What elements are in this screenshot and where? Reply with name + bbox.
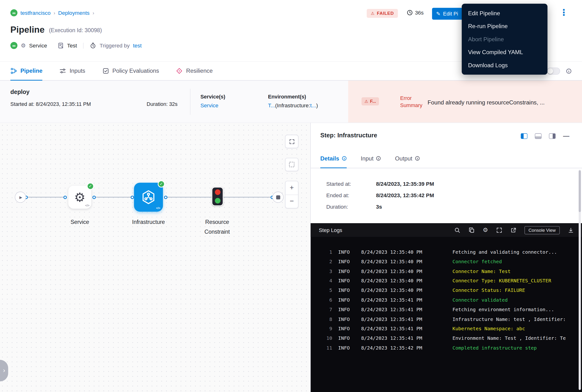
- success-check-icon: ✓: [158, 180, 165, 188]
- log-search-button[interactable]: [454, 227, 460, 233]
- test-chip-label[interactable]: Test: [67, 42, 77, 48]
- infrastructure-link[interactable]: t...: [310, 102, 316, 108]
- service-link[interactable]: Service: [200, 102, 218, 108]
- log-settings-button[interactable]: ⚙: [483, 226, 488, 234]
- canvas-select-button[interactable]: [285, 158, 298, 171]
- clock-icon: [407, 10, 413, 16]
- marquee-select-icon: [289, 162, 294, 167]
- log-line-number: 6: [321, 295, 332, 305]
- green-light-icon: [215, 198, 220, 204]
- detail-label: Duration:: [326, 204, 376, 210]
- triggered-by-user-link[interactable]: test: [133, 42, 142, 48]
- chevron-right-icon: ›: [92, 10, 94, 16]
- download-icon: [568, 227, 574, 233]
- console-view-button[interactable]: Console View: [524, 226, 560, 234]
- info-icon: [376, 156, 381, 161]
- log-level: INFO: [338, 247, 355, 257]
- menu-item[interactable]: Edit Pipeline: [462, 7, 548, 20]
- debug-toggle[interactable]: [547, 68, 560, 75]
- detail-label: Started at:: [326, 181, 376, 187]
- node-label-resource-constraint: Resource Constraint: [197, 217, 237, 237]
- tab-details[interactable]: Details: [320, 149, 347, 168]
- detail-row: Started at: 8/24/2023, 12:35:39 PM: [326, 178, 434, 189]
- log-copy-button[interactable]: [468, 227, 475, 233]
- step-node-resource-constraint[interactable]: [212, 187, 224, 206]
- service-chip-label[interactable]: Service: [29, 42, 47, 48]
- log-line-number: 2: [321, 257, 332, 266]
- log-message: Connector validated: [452, 295, 508, 305]
- canvas-fullscreen-button[interactable]: [285, 135, 298, 148]
- copy-icon: [468, 227, 475, 233]
- breadcrumb-project-link[interactable]: testfrancisco: [20, 10, 51, 16]
- stopwatch-icon: [90, 42, 96, 49]
- log-line-number: 3: [321, 266, 332, 276]
- log-message: Connector Type: KUBERNETES_CLUSTER: [452, 276, 551, 286]
- layout-split-bottom-icon[interactable]: [535, 133, 542, 139]
- log-download-button[interactable]: [568, 227, 574, 233]
- edit-pipeline-button-label: Edit Pi: [443, 11, 458, 17]
- tab-details-label: Details: [320, 155, 339, 162]
- tab-resilience-label: Resilience: [186, 68, 213, 74]
- connector-dot: [164, 196, 167, 199]
- step-detail-list: Started at: 8/24/2023, 12:35:39 PM Ended…: [326, 178, 434, 212]
- connector-dot: [63, 196, 67, 199]
- execution-id: (Execution Id: 30098): [49, 27, 102, 34]
- pipeline-start-node[interactable]: ▶: [15, 192, 26, 203]
- service-gear-icon: ⚙: [21, 42, 26, 49]
- layout-split-right-icon[interactable]: [549, 133, 556, 139]
- log-level: INFO: [338, 334, 355, 343]
- more-options-kebab-icon[interactable]: ⋮: [559, 8, 568, 17]
- tab-policy-evaluations[interactable]: Policy Evaluations: [102, 62, 159, 80]
- red-light-icon: [215, 189, 220, 195]
- breadcrumb-deployments-link[interactable]: Deployments: [58, 10, 90, 16]
- stage-summary-bar: deploy Started at: 8/24/2023, 12:35:11 P…: [0, 80, 582, 122]
- log-line-number: 4: [321, 276, 332, 286]
- environment-value: T...(Infrastructure:t...): [268, 102, 318, 108]
- step-node-infrastructure[interactable]: ✓ </>: [134, 183, 163, 212]
- tab-pipeline-label: Pipeline: [20, 68, 43, 74]
- log-level: INFO: [338, 295, 355, 305]
- zoom-out-button[interactable]: −: [286, 195, 298, 208]
- tab-resilience[interactable]: Resilience: [176, 62, 213, 80]
- pipeline-end-node[interactable]: [272, 192, 284, 203]
- stage-duration: Duration: 32s: [147, 101, 178, 107]
- log-line: 1INFO8/24/2023 12:35:40 PMFetching and v…: [321, 247, 582, 257]
- graph-edge: [27, 197, 65, 197]
- cd-module-icon: ∞: [10, 9, 18, 16]
- tab-output-label: Output: [395, 155, 412, 162]
- environment-link[interactable]: T...: [268, 102, 275, 108]
- left-panel-expander[interactable]: ›: [0, 360, 8, 381]
- tab-inputs[interactable]: Inputs: [59, 62, 85, 80]
- log-line: 10INFO8/24/2023 12:35:41 PMEnvironment N…: [321, 334, 582, 343]
- log-message: Connector Status: FAILURE: [452, 286, 525, 295]
- log-open-external-button[interactable]: [510, 227, 516, 233]
- log-message: Infrastructure Name: test , Identifier:: [452, 314, 566, 324]
- tab-policy-label: Policy Evaluations: [112, 68, 159, 74]
- stage-name[interactable]: deploy: [10, 89, 29, 96]
- step-node-service[interactable]: ⚙ ✓ </>: [68, 186, 91, 209]
- environments-label: Environment(s): [268, 94, 306, 100]
- log-fullscreen-button[interactable]: [496, 227, 502, 233]
- pipeline-canvas[interactable]: + − ▶ ⚙ ✓ </> ✓ </: [0, 122, 310, 392]
- zoom-controls: + −: [285, 181, 298, 208]
- tab-output[interactable]: Output: [395, 149, 420, 168]
- scrollbar-thumb[interactable]: [579, 170, 581, 212]
- log-line: 6INFO8/24/2023 12:35:41 PMConnector vali…: [321, 295, 582, 305]
- zoom-in-button[interactable]: +: [286, 181, 298, 195]
- tab-pipeline[interactable]: Pipeline: [10, 62, 43, 80]
- step-panel-tabs: Details Input Output: [311, 149, 582, 168]
- services-label: Service(s): [200, 94, 225, 100]
- log-timestamp: 8/24/2023 12:35:42 PM: [361, 343, 452, 353]
- layout-split-left-icon[interactable]: [521, 133, 528, 139]
- minimize-icon[interactable]: —: [563, 133, 569, 139]
- tab-inputs-label: Inputs: [69, 68, 85, 74]
- info-icon[interactable]: [566, 68, 572, 74]
- menu-item[interactable]: Download Logs: [462, 59, 548, 72]
- log-timestamp: 8/24/2023 12:35:41 PM: [361, 334, 452, 343]
- tab-input[interactable]: Input: [361, 149, 381, 168]
- menu-item[interactable]: View Compiled YAML: [462, 46, 548, 59]
- detail-row: Duration: 3s: [326, 201, 434, 212]
- menu-item[interactable]: Re-run Pipeline: [462, 20, 548, 33]
- stop-icon: [276, 195, 280, 199]
- node-label-infrastructure: Infrastructure: [122, 217, 174, 227]
